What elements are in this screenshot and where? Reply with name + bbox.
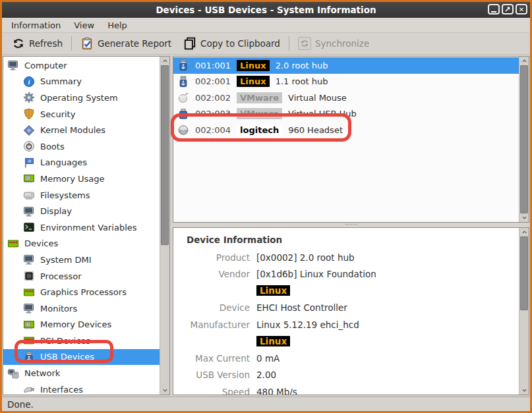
menu-item-view[interactable]: View (67, 19, 101, 32)
sidebar-item-graphics-processors[interactable]: Graphics Processors (3, 284, 160, 300)
sidebar-item-devices[interactable]: Devices (3, 236, 160, 252)
scrollbar-thumb[interactable] (161, 65, 169, 245)
scroll-down-button[interactable] (160, 386, 169, 395)
scrollbar-thumb[interactable] (520, 236, 528, 310)
sidebar-item-label: System DMI (40, 255, 92, 265)
scroll-up-button[interactable] (160, 57, 169, 65)
maximize-icon (504, 6, 511, 13)
sidebar-item-kernel-modules[interactable]: Kernel Modules (3, 122, 160, 138)
sidebar-item-computer[interactable]: Computer (3, 57, 160, 74)
minimize-button[interactable] (488, 4, 500, 14)
sidebar-item-label: USB Devices (40, 352, 94, 362)
device-info-title: Device Information (187, 234, 519, 245)
scroll-up-button[interactable] (519, 57, 529, 65)
window-title: Devices - USB Devices - System Informati… (2, 5, 530, 15)
info-badge-cell: Linux (256, 336, 290, 347)
info-value: 0 mA (256, 353, 280, 364)
sidebar-item-security[interactable]: Security (3, 106, 160, 123)
summary-icon: i (23, 76, 35, 88)
sidebar-item-label: Memory Usage (40, 174, 105, 184)
toolbar-separator (71, 36, 72, 51)
info-row: Max Current0 mA (173, 350, 519, 367)
sidebar-item-interfaces[interactable]: Interfaces (3, 381, 160, 395)
info-row: Linux (173, 283, 519, 300)
copy-icon (183, 37, 196, 50)
device-list-scrollbar[interactable] (519, 57, 529, 222)
refresh-button[interactable]: Refresh (6, 34, 69, 53)
generate-report-button[interactable]: Generate Report (74, 34, 177, 53)
panel-splitter[interactable] (173, 223, 529, 227)
sidebar-item-processor[interactable]: Processor (3, 268, 160, 285)
usb-stick-icon (23, 351, 35, 363)
info-value: EHCI Host Controller (256, 302, 347, 313)
sidebar-item-operating-system[interactable]: Operating System (3, 90, 160, 106)
device-row-002-002[interactable]: 002:002VMwareVirtual Mouse (173, 90, 519, 106)
minimize-icon (491, 11, 496, 13)
computer-icon (23, 206, 35, 217)
sidebar-item-boots[interactable]: Boots (3, 138, 160, 155)
sidebar-item-pci-devices[interactable]: PCI Devices (3, 333, 160, 349)
device-row-002-003[interactable]: 002:003VMwareVirtual USB Hub (173, 106, 519, 123)
computer-icon (23, 254, 35, 265)
titlebar[interactable]: Devices - USB Devices - System Informati… (2, 2, 530, 18)
app-window: Devices - USB Devices - System Informati… (0, 0, 532, 413)
info-row: Vendor[0x1d6b] Linux Foundation (173, 266, 519, 283)
info-value: [0x1d6b] Linux Foundation (256, 269, 376, 279)
synchronize-button[interactable]: Synchronize (292, 34, 375, 53)
scroll-down-button[interactable] (519, 386, 529, 395)
device-row-002-004[interactable]: 002:004logitech960 Headset (173, 122, 519, 138)
device-name: Virtual USB Hub (288, 109, 357, 119)
sidebar-item-monitors[interactable]: Monitors (3, 300, 160, 317)
sidebar-item-filesystems[interactable]: Filesystems (3, 187, 160, 204)
maximize-button[interactable] (502, 4, 514, 14)
report-icon (80, 37, 94, 50)
sidebar-item-label: Boots (40, 142, 65, 151)
device-name: Virtual Mouse (288, 93, 347, 103)
menu-item-information[interactable]: Information (5, 19, 67, 32)
window-controls: ✕ (486, 4, 527, 14)
scroll-down-button[interactable] (519, 213, 529, 222)
expansion-card-icon (23, 335, 35, 346)
sidebar-item-environment-variables[interactable]: Environment Variables (3, 219, 160, 236)
sidebar-item-memory-usage[interactable]: Memory Usage (3, 171, 160, 187)
gear-icon (23, 92, 35, 103)
info-row: DeviceEHCI Host Controller (173, 300, 519, 317)
toolbar-button-label: Synchronize (315, 38, 369, 49)
category-tree: ComputeriSummaryOperating SystemSecurity… (3, 57, 160, 395)
sidebar-item-network[interactable]: Network (3, 365, 160, 381)
headset-icon (177, 124, 189, 136)
device-row-001-001[interactable]: 001:001Linux2.0 root hub (173, 57, 519, 74)
device-info-panel: Device Information Product[0x0002] 2.0 r… (173, 227, 529, 395)
device-info-scrollbar[interactable] (519, 228, 529, 395)
device-row-002-001[interactable]: 002:001Linux1.1 root hub (173, 74, 519, 90)
usb-stick-icon (177, 59, 189, 71)
sidebar-item-display[interactable]: Display (3, 203, 160, 219)
scrollbar-thumb[interactable] (520, 65, 528, 213)
plug-icon (23, 383, 35, 395)
copy-to-clipboard-button[interactable]: Copy to Clipboard (177, 34, 286, 53)
sidebar-item-label: Monitors (40, 304, 77, 314)
sidebar-item-summary[interactable]: iSummary (3, 74, 160, 90)
close-button[interactable]: ✕ (516, 4, 527, 14)
usb-hub-icon (177, 108, 189, 120)
sidebar-item-system-dmi[interactable]: System DMI (3, 252, 160, 268)
info-label: Product (173, 252, 250, 263)
sidebar-item-label: Memory Devices (40, 319, 111, 329)
memory-chip-icon (23, 319, 35, 331)
mouse-icon (177, 92, 189, 103)
expansion-card-icon (23, 287, 35, 298)
vendor-badge: VMware (237, 108, 282, 119)
refresh-icon (12, 37, 25, 50)
sidebar-item-usb-devices[interactable]: USB Devices (3, 349, 160, 366)
content-area: ComputeriSummaryOperating SystemSecurity… (2, 55, 530, 397)
device-bus-id: 002:004 (195, 125, 231, 135)
statusbar: Done. (2, 397, 530, 411)
sidebar-item-memory-devices[interactable]: Memory Devices (3, 317, 160, 333)
info-label: Device (173, 302, 250, 313)
info-value: 480 Mb/s (256, 387, 297, 395)
scroll-up-button[interactable] (519, 228, 529, 236)
sidebar-item-languages[interactable]: Languages (3, 155, 160, 171)
menu-item-help[interactable]: Help (101, 19, 134, 32)
sidebar-scrollbar[interactable] (160, 57, 169, 395)
toolbar-button-label: Copy to Clipboard (200, 38, 280, 49)
